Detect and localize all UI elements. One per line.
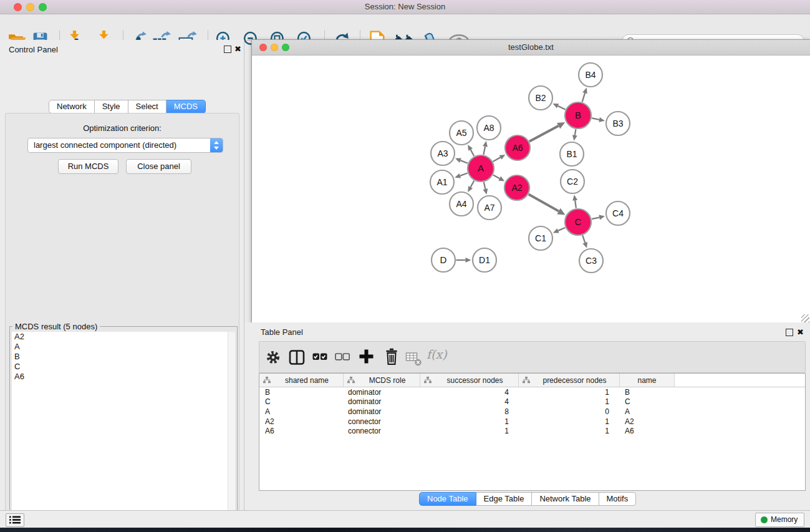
edge-A-A5[interactable] [471, 150, 475, 156]
table-float-icon[interactable] [786, 329, 793, 336]
float-panel-icon[interactable] [224, 46, 231, 53]
table-cell: 1 [517, 417, 617, 426]
network-graph: B4B2BB3B1A5A8A6A3AA1C2A2A4A7C4CC1C3DD1 [252, 56, 809, 322]
attribute-icon [424, 377, 432, 384]
tab-network[interactable]: Network [49, 100, 95, 114]
table-cell: 0 [517, 407, 617, 416]
edge-A-A4[interactable] [471, 181, 475, 187]
table-cell: C [259, 397, 343, 406]
table-close-icon[interactable]: ✖ [797, 328, 804, 336]
create-column-plus-icon[interactable] [358, 348, 375, 367]
node-label-A4: A4 [456, 199, 466, 209]
edge-arrow-icon [455, 173, 461, 178]
edge-B-B3[interactable] [592, 118, 599, 119]
main-toolbar [0, 14, 810, 41]
edge-C-C2[interactable] [575, 200, 576, 208]
deselect-all-columns-icon[interactable] [335, 352, 350, 364]
table-body: Bdominator41BCdominator41CAdominator80AA… [259, 387, 805, 436]
tab-style[interactable]: Style [95, 100, 128, 114]
table-settings-gear-icon[interactable] [264, 349, 282, 369]
close-panel-button[interactable]: Close panel [126, 159, 191, 174]
table-cell: 8 [419, 407, 517, 416]
node-label-A2: A2 [511, 183, 522, 193]
tab-select[interactable]: Select [128, 100, 166, 114]
mcds-result-title: MCDS result (5 nodes) [12, 322, 100, 331]
edge-B-B1[interactable] [575, 129, 576, 135]
mcds-result-item[interactable]: B [12, 352, 228, 362]
node-label-A3: A3 [437, 148, 448, 158]
node-label-D1: D1 [479, 255, 490, 265]
mcds-result-group: MCDS result (5 nodes) A2ABCA6 [9, 326, 238, 532]
edge-A6-B[interactable] [529, 126, 559, 142]
table-cell: 1 [517, 397, 617, 406]
optimization-criterion-label: Optimization criterion: [6, 123, 239, 133]
edge-A-A2[interactable] [493, 175, 499, 179]
edge-A-A7[interactable] [484, 182, 486, 189]
column-header-shared-name[interactable]: shared name [259, 374, 344, 387]
node-label-C3: C3 [586, 256, 597, 266]
mcds-result-item[interactable]: A6 [12, 372, 228, 382]
table-cell: 1 [517, 388, 617, 397]
edge-B-B2[interactable] [558, 106, 566, 110]
table-cell: 4 [419, 397, 517, 406]
table-row[interactable]: Bdominator41B [259, 387, 805, 397]
table-cell: A [617, 407, 672, 416]
run-mcds-button[interactable]: Run MCDS [58, 159, 118, 174]
tab-mcds[interactable]: MCDS [166, 100, 206, 114]
show-column-panel-icon[interactable] [288, 349, 306, 369]
edge-A2-C[interactable] [529, 195, 559, 211]
function-builder-icon[interactable]: f(x) [427, 347, 447, 361]
mcds-result-scrollbar[interactable] [228, 332, 235, 532]
memory-button[interactable]: Memory [755, 513, 804, 527]
edge-C-C1[interactable] [558, 228, 565, 231]
table-cell: connector [343, 427, 419, 435]
optimization-criterion-value: largest connected component (directed) [34, 138, 176, 152]
edge-B-B4[interactable] [582, 93, 585, 102]
memory-label: Memory [771, 513, 798, 526]
edge-C-C3[interactable] [582, 235, 585, 243]
table-panel: Table Panel ✖ f(x) shared nameMCDS roles… [244, 322, 810, 510]
tab-network-table[interactable]: Network Table [532, 492, 599, 506]
table-row[interactable]: Cdominator41C [259, 397, 805, 407]
close-panel-icon[interactable]: ✖ [234, 45, 241, 53]
table-row[interactable]: Adominator80A [259, 407, 805, 417]
edge-A-A3[interactable] [460, 160, 468, 163]
network-canvas[interactable]: B4B2BB3B1A5A8A6A3AA1C2A2A4A7C4CC1C3DD1 [252, 56, 809, 322]
control-panel-title: Control Panel [9, 45, 58, 54]
table-panel-tabs: Node TableEdge TableNetwork TableMotifs [419, 492, 636, 506]
network-window-titlebar[interactable]: testGlobe.txt [252, 40, 810, 56]
desktop-background [0, 528, 810, 532]
resize-grip-icon[interactable] [801, 314, 809, 322]
attribute-icon [263, 377, 271, 384]
table-panel-title: Table Panel [261, 327, 303, 337]
column-header-name[interactable]: name [620, 374, 675, 387]
delete-table-icon[interactable] [405, 352, 422, 369]
table-cell: dominator [343, 388, 419, 397]
edge-arrow-icon [572, 195, 577, 200]
node-label-A5: A5 [456, 128, 466, 138]
status-bar: Memory [0, 510, 810, 528]
column-header-MCDS-role[interactable]: MCDS role [344, 374, 420, 387]
table-cell: A2 [617, 417, 672, 426]
table-cell: connector [343, 417, 419, 426]
edge-A-A8[interactable] [483, 147, 485, 155]
edge-C-C4[interactable] [592, 218, 599, 220]
tab-motifs[interactable]: Motifs [599, 492, 637, 506]
optimization-criterion-select[interactable]: largest connected component (directed) [27, 138, 223, 153]
select-all-columns-icon[interactable] [312, 352, 327, 364]
task-history-button[interactable] [6, 513, 24, 527]
edge-A-A6[interactable] [493, 157, 501, 162]
edge-A-A1[interactable] [460, 173, 468, 176]
mcds-result-item[interactable]: C [12, 362, 228, 372]
delete-column-trash-icon[interactable] [383, 347, 400, 368]
node-label-B3: B3 [612, 118, 623, 128]
mcds-result-item[interactable]: A [12, 342, 228, 352]
table-row[interactable]: A2connector11A2 [259, 417, 805, 427]
mcds-result-item[interactable]: A2 [12, 332, 228, 342]
node-label-B2: B2 [535, 93, 546, 103]
tab-node-table[interactable]: Node Table [419, 492, 476, 506]
column-header-successor-nodes[interactable]: successor nodes [420, 374, 519, 387]
tab-edge-table[interactable]: Edge Table [476, 492, 533, 506]
column-header-predecessor-nodes[interactable]: predecessor nodes [519, 374, 620, 387]
table-row[interactable]: A6connector11A6 [259, 426, 805, 436]
